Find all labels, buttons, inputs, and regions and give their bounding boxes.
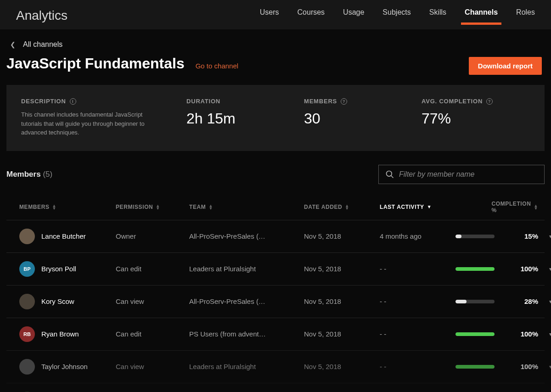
team-cell: Leaders at Pluralsight	[189, 265, 304, 273]
stat-members: MEMBERS ? 30	[304, 98, 412, 137]
breadcrumb-label: All channels	[23, 40, 62, 49]
date-added-cell: Nov 5, 2018	[304, 232, 380, 240]
avatar	[19, 229, 35, 244]
tab-courses[interactable]: Courses	[298, 8, 325, 23]
tab-users[interactable]: Users	[260, 8, 279, 23]
avatar	[19, 294, 35, 309]
member-cell: BP Bryson Poll	[19, 261, 116, 277]
stat-members-label: MEMBERS ?	[304, 98, 412, 105]
svg-point-0	[387, 171, 392, 176]
stat-description: DESCRIPTION i This channel includes fund…	[21, 98, 177, 137]
title-row: JavaScript Fundamentals Go to channel Do…	[0, 55, 551, 85]
chevron-down-icon[interactable]: ▾	[538, 364, 551, 370]
stat-avg-completion-label: AVG. COMPLETION ?	[422, 98, 530, 105]
filter-box[interactable]	[378, 165, 545, 184]
date-added-cell: Nov 5, 2018	[304, 297, 380, 305]
chevron-down-icon[interactable]: ▾	[538, 266, 551, 272]
members-title: Members (5)	[6, 170, 52, 179]
sort-icon: ▲▼	[52, 204, 57, 210]
member-name: Bryson Poll	[41, 265, 76, 273]
stat-avg-completion: AVG. COMPLETION ? 77%	[422, 98, 530, 137]
completion-value: 28%	[511, 297, 538, 305]
permission-cell: Can edit	[116, 265, 189, 273]
table-row[interactable]: Lance Butcher Owner All-ProServ-PreSales…	[6, 220, 545, 252]
progress-cell	[455, 332, 511, 336]
tab-subjects[interactable]: Subjects	[382, 8, 410, 23]
chevron-down-icon[interactable]: ▾	[538, 298, 551, 305]
members-section-header: Members (5)	[0, 151, 551, 191]
title-left: JavaScript Fundamentals Go to channel	[6, 55, 238, 72]
member-name: Taylor Johnson	[41, 363, 88, 370]
info-icon[interactable]: i	[70, 98, 76, 105]
last-activity-cell: - -	[380, 363, 455, 370]
progress-cell	[455, 267, 511, 271]
download-report-button[interactable]: Download report	[469, 57, 542, 75]
team-cell: Leaders at Pluralsight	[189, 363, 304, 370]
completion-value: 100%	[511, 363, 538, 370]
member-name: Lance Butcher	[41, 232, 86, 240]
chevron-down-icon[interactable]: ▾	[538, 331, 551, 337]
help-icon[interactable]: ?	[341, 98, 347, 105]
last-activity-cell: - -	[380, 265, 455, 273]
filter-input[interactable]	[399, 170, 538, 179]
permission-cell: Can edit	[116, 330, 189, 338]
date-added-cell: Nov 5, 2018	[304, 265, 380, 273]
table-header: MEMBERS▲▼ PERMISSION▲▼ TEAM▲▼ DATE ADDED…	[6, 191, 545, 220]
team-cell: PS Users (from advent…	[189, 330, 304, 338]
col-team[interactable]: TEAM▲▼	[189, 204, 304, 210]
team-cell: All-ProServ-PreSales (…	[189, 297, 304, 305]
header-bar: Analytics Users Courses Usage Subjects S…	[0, 0, 551, 29]
member-cell: Lance Butcher	[19, 229, 116, 244]
svg-line-1	[391, 175, 394, 178]
breadcrumb[interactable]: ❮ All channels	[0, 29, 551, 55]
stat-description-text: This channel includes fundamental JavaSc…	[21, 110, 159, 137]
tab-roles[interactable]: Roles	[516, 8, 535, 23]
members-count: (5)	[43, 170, 52, 179]
col-date-added[interactable]: DATE ADDED▲▼	[304, 204, 380, 210]
chevron-down-icon: ▼	[427, 204, 432, 209]
permission-cell: Can view	[116, 363, 189, 370]
tab-skills[interactable]: Skills	[429, 8, 446, 23]
stat-duration-label: DURATION	[186, 98, 295, 105]
progress-cell	[455, 235, 511, 238]
col-permission[interactable]: PERMISSION▲▼	[116, 204, 189, 210]
chevron-down-icon[interactable]: ▾	[538, 233, 551, 240]
col-members[interactable]: MEMBERS▲▼	[19, 204, 116, 210]
stat-description-label: DESCRIPTION i	[21, 98, 177, 105]
tab-usage[interactable]: Usage	[343, 8, 364, 23]
table-row[interactable]: BP Bryson Poll Can edit Leaders at Plura…	[6, 252, 545, 285]
progress-bar	[455, 300, 495, 303]
progress-bar	[455, 332, 495, 336]
table-row[interactable]: Kory Scow Can view All-ProServ-PreSales …	[6, 285, 545, 318]
table-row[interactable]: RB Ryan Brown Can edit PS Users (from ad…	[6, 318, 545, 350]
search-icon	[385, 170, 394, 179]
sort-icon: ▲▼	[345, 204, 349, 210]
col-completion[interactable]: COMPLETION %▲▼	[511, 201, 538, 213]
last-activity-cell: - -	[380, 297, 455, 305]
avatar	[19, 359, 35, 375]
date-added-cell: Nov 5, 2018	[304, 330, 380, 338]
stat-avg-completion-value: 77%	[422, 110, 530, 127]
stat-duration-value: 2h 15m	[186, 110, 295, 127]
sort-icon: ▲▼	[156, 204, 160, 210]
avatar: BP	[19, 261, 35, 277]
stats-panel: DESCRIPTION i This channel includes fund…	[6, 85, 545, 151]
table-row[interactable]: Taylor Johnson Can view Leaders at Plura…	[6, 350, 545, 383]
stat-duration: DURATION 2h 15m	[186, 98, 295, 137]
page-title: JavaScript Fundamentals	[6, 55, 185, 72]
sort-icon: ▲▼	[534, 204, 538, 210]
col-last-activity[interactable]: LAST ACTIVITY▼	[380, 204, 455, 210]
permission-cell: Can view	[116, 297, 189, 305]
table-row[interactable]: CS Carly Savage Can view PS Users (from …	[6, 383, 545, 392]
completion-value: 100%	[511, 330, 538, 338]
member-cell: RB Ryan Brown	[19, 326, 116, 342]
go-to-channel-link[interactable]: Go to channel	[196, 62, 238, 70]
chevron-left-icon: ❮	[10, 41, 16, 48]
members-table: MEMBERS▲▼ PERMISSION▲▼ TEAM▲▼ DATE ADDED…	[0, 191, 551, 392]
tab-channels[interactable]: Channels	[465, 8, 498, 23]
help-icon[interactable]: ?	[486, 98, 493, 105]
completion-value: 15%	[511, 232, 538, 240]
member-name: Kory Scow	[41, 297, 74, 305]
permission-cell: Owner	[116, 232, 189, 240]
progress-cell	[455, 300, 511, 303]
